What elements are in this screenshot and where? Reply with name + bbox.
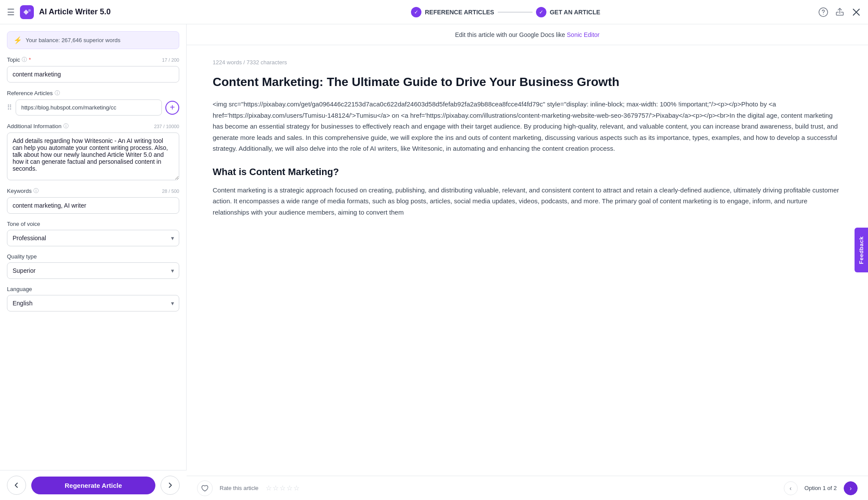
- next-option-button[interactable]: ›: [844, 481, 858, 495]
- star-2[interactable]: ☆: [273, 484, 279, 492]
- regenerate-button[interactable]: Regenerate Article: [31, 477, 155, 494]
- like-button[interactable]: [197, 480, 213, 496]
- step-connector: [498, 12, 533, 13]
- keywords-info-icon[interactable]: ⓘ: [33, 187, 39, 195]
- sonic-editor-link[interactable]: Sonic Editor: [567, 31, 599, 38]
- step-check-1: ✓: [411, 7, 421, 17]
- quality-select-wrapper: Superior Good Average ▾: [7, 262, 179, 279]
- topic-info-icon[interactable]: ⓘ: [22, 56, 27, 63]
- forward-button[interactable]: [161, 476, 180, 495]
- feedback-tab[interactable]: Feedback: [855, 228, 868, 273]
- star-1[interactable]: ☆: [266, 484, 272, 492]
- header-left: ☰ AI Article Writer 5.0: [7, 5, 194, 19]
- tone-select[interactable]: Professional Casual Formal Friendly Humo…: [7, 230, 179, 246]
- language-select-wrapper: English ▾: [7, 295, 179, 311]
- main-layout: ⚡ Your balance: 267,646 superior words T…: [0, 24, 868, 500]
- additional-info-icon[interactable]: ⓘ: [63, 123, 69, 130]
- quality-label: Quality type: [7, 253, 179, 260]
- reference-article-row: ⠿ +: [7, 99, 179, 116]
- keywords-label: Keywords ⓘ: [7, 187, 39, 195]
- reference-articles-label-row: Reference Articles ⓘ: [7, 89, 179, 97]
- additional-info-label-row: Additional Information ⓘ 237 / 10000: [7, 123, 179, 130]
- reference-info-icon[interactable]: ⓘ: [55, 89, 60, 97]
- star-5[interactable]: ☆: [293, 484, 299, 492]
- menu-button[interactable]: ☰: [7, 7, 15, 17]
- additional-info-textarea[interactable]: Add details regarding how Writesonic - A…: [7, 132, 179, 180]
- sidebar: ⚡ Your balance: 267,646 superior words T…: [0, 24, 187, 500]
- drag-handle-icon[interactable]: ⠿: [7, 103, 12, 112]
- topic-label-row: Topic ⓘ * 17 / 200: [7, 56, 179, 63]
- required-star: *: [29, 56, 31, 63]
- star-rating[interactable]: ☆ ☆ ☆ ☆ ☆: [266, 484, 299, 492]
- article-panel: Edit this article with our Google Docs l…: [187, 24, 868, 500]
- header-right: [818, 7, 861, 17]
- quality-field-group: Quality type Superior Good Average ▾: [7, 253, 179, 279]
- article-body-intro: <img src="https://pixabay.com/get/ga0964…: [213, 99, 842, 154]
- tone-field-group: Tone of voice Professional Casual Formal…: [7, 221, 179, 246]
- balance-text: Your balance: 267,646 superior words: [26, 37, 121, 43]
- additional-info-field-group: Additional Information ⓘ 237 / 10000 Add…: [7, 123, 179, 180]
- rate-text: Rate this article: [220, 485, 259, 491]
- sidebar-bottom-bar: Regenerate Article: [0, 470, 187, 500]
- edit-text: Edit this article with our Google Docs l…: [455, 31, 565, 38]
- option-label: Option 1 of 2: [805, 485, 837, 491]
- article-top-bar: Edit this article with our Google Docs l…: [187, 24, 868, 45]
- back-button[interactable]: [7, 476, 26, 495]
- article-section-1-title: What is Content Marketing?: [213, 166, 842, 178]
- prev-option-button[interactable]: ‹: [784, 481, 798, 495]
- word-count: 1224 words / 7332 characters: [213, 59, 842, 66]
- language-field-group: Language English ▾: [7, 286, 179, 311]
- app-logo: [20, 5, 34, 19]
- step-get-article[interactable]: ✓ GET AN ARTICLE: [536, 7, 600, 17]
- share-button[interactable]: [835, 7, 845, 17]
- additional-info-label: Additional Information ⓘ: [7, 123, 69, 130]
- step-label-1: REFERENCE ARTICLES: [425, 9, 494, 16]
- topic-label: Topic ⓘ *: [7, 56, 31, 63]
- reference-articles-label: Reference Articles ⓘ: [7, 89, 60, 97]
- tone-label: Tone of voice: [7, 221, 179, 227]
- keywords-input[interactable]: [7, 197, 179, 214]
- additional-info-char-count: 237 / 10000: [154, 124, 179, 129]
- tone-select-wrapper: Professional Casual Formal Friendly Humo…: [7, 230, 179, 246]
- topic-field-group: Topic ⓘ * 17 / 200: [7, 56, 179, 83]
- svg-point-1: [28, 9, 31, 12]
- step-label-2: GET AN ARTICLE: [550, 9, 600, 16]
- star-4[interactable]: ☆: [286, 484, 293, 492]
- help-button[interactable]: [819, 7, 828, 17]
- star-3[interactable]: ☆: [279, 484, 286, 492]
- step-check-2: ✓: [536, 7, 546, 17]
- header: ☰ AI Article Writer 5.0 ✓ REFERENCE ARTI…: [0, 0, 868, 24]
- article-content-area: 1224 words / 7332 characters Content Mar…: [187, 45, 868, 476]
- balance-banner: ⚡ Your balance: 267,646 superior words: [7, 31, 179, 49]
- article-section-1-body: Content marketing is a strategic approac…: [213, 185, 842, 218]
- article-title: Content Marketing: The Ultimate Guide to…: [213, 74, 842, 90]
- reference-articles-field-group: Reference Articles ⓘ ⠿ +: [7, 89, 179, 116]
- svg-point-3: [823, 14, 824, 15]
- language-select[interactable]: English: [7, 295, 179, 311]
- close-button[interactable]: [852, 7, 861, 17]
- language-label: Language: [7, 286, 179, 292]
- step-reference-articles[interactable]: ✓ REFERENCE ARTICLES: [411, 7, 494, 17]
- header-steps: ✓ REFERENCE ARTICLES ✓ GET AN ARTICLE: [194, 7, 818, 17]
- add-reference-button[interactable]: +: [165, 101, 179, 115]
- app-title: AI Article Writer 5.0: [39, 7, 111, 17]
- keywords-field-group: Keywords ⓘ 28 / 500: [7, 187, 179, 214]
- keywords-label-row: Keywords ⓘ 28 / 500: [7, 187, 179, 195]
- article-bottom-bar: Rate this article ☆ ☆ ☆ ☆ ☆ ‹ Option 1 o…: [187, 476, 868, 500]
- topic-input[interactable]: [7, 66, 179, 83]
- topic-char-count: 17 / 200: [162, 57, 179, 63]
- reference-url-input[interactable]: [16, 99, 162, 116]
- feedback-label: Feedback: [855, 228, 868, 273]
- lightning-icon: ⚡: [13, 36, 22, 44]
- quality-select[interactable]: Superior Good Average: [7, 262, 179, 279]
- keywords-char-count: 28 / 500: [162, 189, 179, 194]
